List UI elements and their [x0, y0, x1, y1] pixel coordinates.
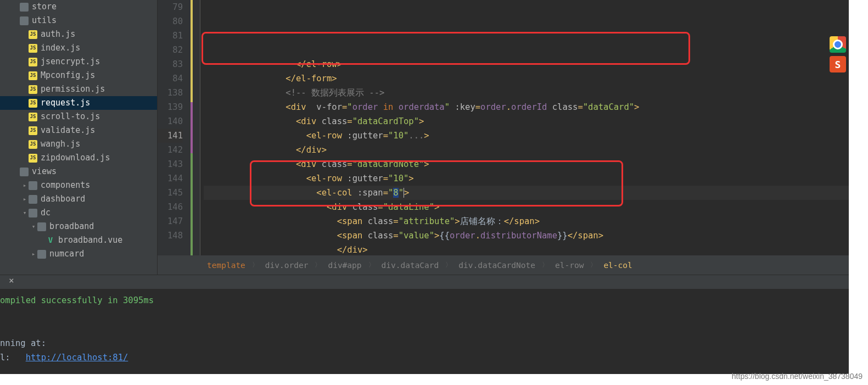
code-line[interactable]: <div class="dataLine"> [204, 200, 849, 214]
tree-item-label: permission.js [41, 82, 105, 96]
tree-item-label: wangh.js [41, 137, 80, 151]
js-file-icon: JS [29, 30, 37, 39]
tree-item-views[interactable]: views [0, 165, 157, 178]
tree-item-dashboard[interactable]: ▸dashboard [0, 192, 157, 206]
chevron-right-icon: 〉 [252, 260, 259, 270]
tree-item-numcard[interactable]: ▸numcard [0, 247, 157, 261]
structure-breadcrumb[interactable]: template〉div.order〉div#app〉div.dataCard〉… [158, 255, 849, 275]
tree-item-label: components [41, 178, 90, 192]
chevron-right-icon: 〉 [368, 260, 375, 270]
folder-icon [37, 250, 46, 259]
breadcrumb-item[interactable]: template [207, 261, 245, 270]
chevron-right-icon: 〉 [542, 260, 548, 270]
chevron-right-icon: 〉 [315, 260, 321, 270]
html5-icon[interactable]: S [830, 56, 846, 72]
code-line[interactable]: <el-row :gutter="10"> [204, 171, 849, 186]
code-line[interactable]: <span class="attribute">店铺名称：</span> [204, 214, 849, 228]
code-line[interactable]: <div class="dataCardNote"> [204, 157, 849, 171]
watermark-text: https://blog.csdn.net/weixin_38738049 [732, 372, 863, 381]
project-tree[interactable]: storeutilsJSauth.jsJSindex.jsJSjsencrypt… [0, 0, 158, 275]
folder-icon [20, 168, 29, 176]
tool-window-tabs[interactable]: × [0, 275, 849, 289]
terminal-text: nning at: [0, 338, 46, 348]
terminal-panel[interactable]: ompiled successfully in 3095ms nning at:… [0, 289, 849, 374]
tree-item-broadband[interactable]: ▾broadband [0, 220, 157, 233]
tree-item-store[interactable]: store [0, 0, 157, 14]
js-file-icon: JS [29, 126, 37, 135]
compile-status: ompiled successfully in 3095ms [0, 295, 154, 305]
tree-item-Mpconfig-js[interactable]: JSMpconfig.js [0, 69, 157, 82]
tree-item-request-js[interactable]: JSrequest.js [0, 96, 157, 110]
tree-item-label: auth.js [41, 27, 75, 41]
code-line[interactable]: <!-- 数据列表展示 --> [204, 86, 849, 100]
tree-arrow-icon[interactable]: ▸ [21, 192, 29, 206]
line-number: 146 [158, 200, 183, 214]
line-number: 144 [158, 171, 183, 186]
code-content[interactable]: </el-row> </el-form> <!-- 数据列表展示 --> <di… [200, 0, 849, 255]
tree-item-label: zipdownload.js [41, 151, 110, 165]
close-icon[interactable]: × [0, 274, 23, 287]
breadcrumb-item[interactable]: el-col [603, 261, 632, 270]
tree-item-label: validate.js [41, 124, 95, 137]
tree-item-label: dashboard [41, 192, 85, 206]
code-line[interactable]: <el-col :span="8"> [204, 186, 849, 200]
tree-item-validate-js[interactable]: JSvalidate.js [0, 124, 157, 137]
js-file-icon: JS [29, 140, 37, 149]
code-line[interactable]: </el-row> [204, 57, 849, 71]
js-file-icon: JS [29, 85, 37, 94]
tree-item-label: broadband.vue [58, 233, 122, 247]
folder-icon [29, 195, 37, 204]
ide-window: storeutilsJSauth.jsJSindex.jsJSjsencrypt… [0, 0, 849, 374]
tree-item-zipdownload-js[interactable]: JSzipdownload.js [0, 151, 157, 165]
tree-arrow-icon[interactable]: ▸ [30, 247, 37, 261]
js-file-icon: JS [29, 71, 37, 80]
tree-item-label: request.js [41, 96, 90, 110]
tree-item-index-js[interactable]: JSindex.js [0, 41, 157, 55]
code-line[interactable]: <div class="dataCardTop"> [204, 114, 849, 129]
line-number: 79 [158, 0, 183, 14]
tree-item-scroll-to-js[interactable]: JSscroll-to.js [0, 110, 157, 124]
breadcrumb-item[interactable]: div.order [265, 261, 309, 270]
code-editor[interactable]: 7980818283841381391401411421431441451461… [158, 0, 849, 255]
code-line[interactable]: </div> [204, 143, 849, 157]
tree-item-label: views [32, 165, 57, 178]
fold-gutter[interactable] [191, 0, 200, 255]
vue-file-icon: V [46, 236, 55, 245]
tree-item-components[interactable]: ▸components [0, 178, 157, 192]
breadcrumb-item[interactable]: el-row [555, 261, 584, 270]
tree-item-broadband-vue[interactable]: Vbroadband.vue [0, 233, 157, 247]
tree-item-label: scroll-to.js [41, 110, 100, 124]
line-number: 80 [158, 14, 183, 29]
chevron-right-icon: 〉 [590, 260, 597, 270]
code-line[interactable]: </el-form> [204, 71, 849, 86]
tree-item-wangh-js[interactable]: JSwangh.js [0, 137, 157, 151]
tree-arrow-icon[interactable]: ▾ [30, 220, 37, 233]
tree-item-permission-js[interactable]: JSpermission.js [0, 82, 157, 96]
js-file-icon: JS [29, 154, 37, 163]
line-number: 145 [158, 186, 183, 200]
breadcrumb-item[interactable]: div.dataCard [382, 261, 439, 270]
local-url-link[interactable]: http://localhost:81/ [26, 353, 128, 362]
line-number: 142 [158, 143, 183, 157]
chrome-icon[interactable] [830, 36, 846, 53]
tree-item-utils[interactable]: utils [0, 14, 157, 27]
folder-icon [29, 181, 37, 190]
line-number: 83 [158, 57, 183, 71]
tree-arrow-icon[interactable]: ▸ [21, 178, 29, 192]
code-line[interactable]: <div v-for="order in orderdata" :key=ord… [204, 100, 849, 114]
code-line[interactable]: <span class="value">{{order.distributorN… [204, 228, 849, 243]
tree-arrow-icon[interactable]: ▾ [21, 206, 29, 220]
tree-item-label: Mpconfig.js [41, 69, 95, 82]
folder-icon [20, 16, 29, 25]
tree-item-auth-js[interactable]: JSauth.js [0, 27, 157, 41]
tree-item-dc[interactable]: ▾dc [0, 206, 157, 220]
line-number: 81 [158, 29, 183, 43]
breadcrumb-item[interactable]: div.dataCardNote [458, 261, 535, 270]
js-file-icon: JS [29, 44, 37, 53]
tree-item-jsencrypt-js[interactable]: JSjsencrypt.js [0, 55, 157, 69]
tree-item-label: index.js [41, 41, 80, 55]
tree-item-label: utils [32, 14, 57, 27]
code-line[interactable]: <el-row :gutter="10"...> [204, 129, 849, 143]
line-number: 84 [158, 71, 183, 86]
breadcrumb-item[interactable]: div#app [328, 261, 361, 270]
